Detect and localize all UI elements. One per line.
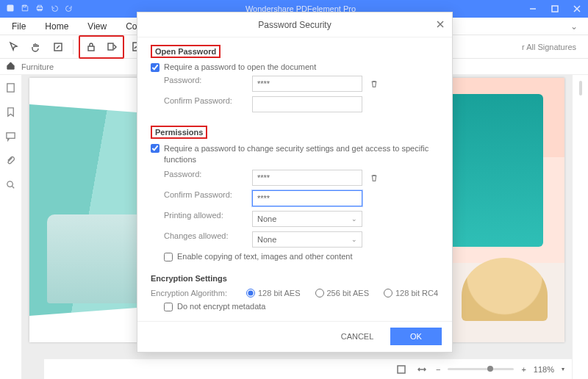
svg-rect-14 xyxy=(398,366,405,373)
printing-allowed-select[interactable]: None ⌄ xyxy=(252,211,362,227)
perm-confirm-label: Confirm Password: xyxy=(164,190,252,199)
clear-signatures-link[interactable]: r All Signatures xyxy=(522,43,584,51)
breadcrumb-label: Furniture xyxy=(21,62,54,71)
zoom-minus-icon[interactable]: − xyxy=(436,365,440,374)
enable-copy-checkbox[interactable] xyxy=(164,253,173,261)
printing-allowed-label: Printing allowed: xyxy=(164,211,252,220)
save-icon[interactable] xyxy=(21,4,29,14)
menu-home[interactable]: Home xyxy=(36,20,77,33)
open-password-label: Password: xyxy=(164,76,252,84)
zoom-slider[interactable] xyxy=(448,368,514,370)
right-panel-handle[interactable] xyxy=(572,75,588,379)
open-password-heading: Open Password xyxy=(151,45,220,58)
changes-allowed-label: Changes allowed: xyxy=(164,231,252,240)
require-permissions-password-checkbox[interactable] xyxy=(151,144,159,153)
dialog-close-button[interactable] xyxy=(434,18,446,30)
undo-icon[interactable] xyxy=(50,4,59,14)
password-security-dialog: Password Security Open Password Require … xyxy=(137,12,453,353)
svg-point-13 xyxy=(7,181,13,187)
changes-allowed-value: None xyxy=(257,235,276,244)
svg-rect-0 xyxy=(7,5,14,12)
bookmarks-icon[interactable] xyxy=(5,107,16,120)
close-window-button[interactable] xyxy=(566,0,588,18)
comments-icon[interactable] xyxy=(5,131,16,145)
remove-security-icon[interactable] xyxy=(102,37,121,57)
left-sidebar xyxy=(0,75,22,379)
svg-rect-8 xyxy=(108,43,113,50)
maximize-button[interactable] xyxy=(544,0,566,18)
zoom-value: 118% xyxy=(534,365,554,374)
open-confirm-label: Confirm Password: xyxy=(164,96,252,105)
edit-tool-icon[interactable] xyxy=(49,37,68,57)
status-bar: − + 118% ▾ xyxy=(44,358,572,379)
enc-128aes-radio[interactable]: 128 bit AES xyxy=(246,289,301,297)
attachments-icon[interactable] xyxy=(5,155,16,169)
chevron-down-icon: ⌄ xyxy=(351,215,357,223)
svg-rect-1 xyxy=(24,5,26,7)
permissions-heading: Permissions xyxy=(151,126,207,139)
ok-button[interactable]: OK xyxy=(390,328,442,345)
svg-rect-12 xyxy=(7,133,15,139)
chevron-down-icon: ⌄ xyxy=(351,236,357,243)
changes-allowed-select[interactable]: None ⌄ xyxy=(252,231,362,248)
perm-password-label: Password: xyxy=(164,170,252,178)
enable-copy-label: Enable copying of text, images and other… xyxy=(177,252,353,261)
encryption-algorithm-label: Encryption Algorithm: xyxy=(151,289,246,297)
protect-group-highlight xyxy=(79,35,124,59)
zoom-plus-icon[interactable]: + xyxy=(521,365,526,374)
perm-confirm-field[interactable] xyxy=(252,190,362,206)
thumbnails-icon[interactable] xyxy=(5,82,16,96)
search-icon[interactable] xyxy=(5,179,16,193)
fit-page-icon[interactable] xyxy=(395,363,408,376)
no-encrypt-metadata-label: Do not encrypt metadata xyxy=(177,302,265,311)
print-icon[interactable] xyxy=(35,4,44,14)
printing-allowed-value: None xyxy=(257,214,276,223)
cancel-button[interactable]: CANCEL xyxy=(331,328,383,345)
menu-view[interactable]: View xyxy=(79,20,115,33)
home-icon[interactable] xyxy=(6,61,15,72)
redo-icon[interactable] xyxy=(65,4,74,14)
zoom-dropdown-icon[interactable]: ▾ xyxy=(562,366,564,372)
no-encrypt-metadata-checkbox[interactable] xyxy=(164,303,173,311)
fit-width-icon[interactable] xyxy=(415,363,429,376)
require-open-password-label: Require a password to open the document xyxy=(164,62,316,71)
enc-256aes-radio[interactable]: 256 bit AES xyxy=(315,289,370,297)
password-protect-icon[interactable] xyxy=(82,37,101,57)
svg-rect-7 xyxy=(88,46,94,51)
enc-128rc4-radio[interactable]: 128 bit RC4 xyxy=(384,289,438,297)
collapse-ribbon-icon[interactable]: ⌄ xyxy=(563,21,585,32)
svg-rect-5 xyxy=(552,6,558,12)
svg-rect-11 xyxy=(7,84,14,92)
menu-file[interactable]: File xyxy=(3,20,35,33)
minimize-button[interactable] xyxy=(522,0,544,18)
clear-open-password-icon[interactable] xyxy=(367,76,381,91)
require-open-password-checkbox[interactable] xyxy=(151,63,159,72)
require-permissions-password-label: Require a password to change security se… xyxy=(164,143,439,165)
encryption-heading: Encryption Settings xyxy=(151,274,227,283)
svg-rect-3 xyxy=(38,5,42,7)
open-confirm-field[interactable] xyxy=(252,96,362,112)
open-password-field[interactable] xyxy=(252,76,362,92)
select-tool-icon[interactable] xyxy=(4,37,24,57)
app-logo-icon xyxy=(6,4,15,14)
dialog-title: Password Security xyxy=(258,20,331,30)
hand-tool-icon[interactable] xyxy=(26,37,46,57)
clear-perm-password-icon[interactable] xyxy=(367,170,381,185)
perm-password-field[interactable] xyxy=(252,170,362,186)
